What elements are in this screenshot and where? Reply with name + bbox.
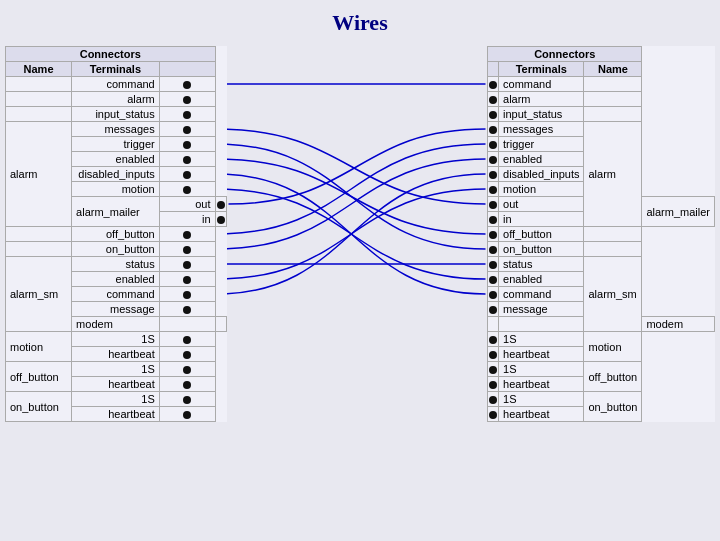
left-table-row: motion1S (6, 332, 227, 347)
left-terminal-cell: alarm (72, 92, 160, 107)
left-terminal-cell: heartbeat (72, 347, 160, 362)
left-terminal-cell: 1S (72, 332, 160, 347)
left-dot-col-header (159, 62, 215, 77)
right-terminal-cell: status (499, 257, 584, 272)
left-connectors-header: Connectors (6, 47, 216, 62)
right-dot-cell (488, 92, 499, 107)
left-dot-cell (159, 92, 215, 107)
right-dot (489, 411, 497, 419)
right-dot (489, 186, 497, 194)
right-terminal-cell: on_button (499, 242, 584, 257)
right-dot-cell (488, 392, 499, 407)
right-table-row: alarm (488, 92, 715, 107)
left-terminal-cell: command (72, 287, 160, 302)
right-dot-cell (488, 287, 499, 302)
right-name-col-header: Name (584, 62, 642, 77)
right-dot (489, 111, 497, 119)
left-subheader-row: Name Terminals (6, 62, 227, 77)
left-terminal-cell: enabled (72, 152, 160, 167)
right-name-cell: off_button (584, 362, 642, 392)
right-dot (489, 231, 497, 239)
right-dot-cell (488, 167, 499, 182)
right-dot-cell (488, 137, 499, 152)
left-name-cell: alarm_mailer (72, 197, 160, 227)
right-terminal-cell (499, 317, 584, 332)
left-dot (183, 81, 191, 89)
right-dot-cell (488, 257, 499, 272)
right-name-cell: alarm_sm (584, 257, 642, 332)
right-terminal-cell: off_button (499, 227, 584, 242)
right-dot-cell (488, 227, 499, 242)
right-terminal-cell: in (499, 212, 584, 227)
wire-path (227, 189, 486, 279)
left-name-cell (6, 242, 72, 257)
right-terminals-col-header: Terminals (499, 62, 584, 77)
right-dot (489, 126, 497, 134)
left-dot (183, 111, 191, 119)
right-dot (489, 276, 497, 284)
left-terminal-cell: enabled (72, 272, 160, 287)
right-terminal-cell: disabled_inputs (499, 167, 584, 182)
left-dot-cell (159, 392, 215, 407)
left-terminal-cell: motion (72, 182, 160, 197)
right-dot (489, 306, 497, 314)
left-terminal-cell: out (159, 197, 215, 212)
right-terminal-cell: enabled (499, 272, 584, 287)
right-dot (489, 216, 497, 224)
left-dot (183, 306, 191, 314)
left-name-cell: on_button (6, 392, 72, 422)
left-terminal-cell: off_button (72, 227, 160, 242)
right-terminal-cell: trigger (499, 137, 584, 152)
right-dot (489, 351, 497, 359)
right-dot (489, 156, 497, 164)
right-name-cell (584, 77, 642, 92)
left-terminal-cell: 1S (72, 392, 160, 407)
left-dot-cell (159, 107, 215, 122)
left-dot (183, 396, 191, 404)
right-name-cell: motion (584, 332, 642, 362)
left-terminal-cell: heartbeat (72, 377, 160, 392)
right-terminal-cell: motion (499, 182, 584, 197)
left-dot (183, 276, 191, 284)
left-dot (183, 411, 191, 419)
left-dot-cell (159, 362, 215, 377)
right-dot-cell (488, 407, 499, 422)
left-dot-cell (215, 197, 227, 212)
wire-path (227, 159, 486, 249)
left-dot (183, 126, 191, 134)
left-name-cell: alarm_sm (6, 257, 72, 332)
left-name-cell: alarm (6, 122, 72, 227)
left-table-row: alarm (6, 92, 227, 107)
left-terminals-col-header: Terminals (72, 62, 160, 77)
right-table-row: statusalarm_sm (488, 257, 715, 272)
right-dot-cell (488, 332, 499, 347)
left-name-col-header: Name (6, 62, 72, 77)
left-dot-cell (159, 77, 215, 92)
right-dot (489, 141, 497, 149)
left-terminal-cell: on_button (72, 242, 160, 257)
left-name-cell (6, 107, 72, 122)
right-name-cell (584, 227, 642, 242)
right-terminal-cell: messages (499, 122, 584, 137)
left-dot (183, 156, 191, 164)
left-table-row: off_button1S (6, 362, 227, 377)
right-terminal-cell: heartbeat (499, 347, 584, 362)
right-dot (489, 381, 497, 389)
left-dot-cell (159, 182, 215, 197)
right-dot (489, 201, 497, 209)
right-header-row: Connectors (488, 47, 715, 62)
wire-path (227, 189, 486, 279)
left-dot-cell (159, 377, 215, 392)
right-dot-cell (488, 182, 499, 197)
left-terminal-cell: messages (72, 122, 160, 137)
right-dot-cell (488, 347, 499, 362)
left-dot-cell (159, 227, 215, 242)
right-dot (489, 81, 497, 89)
left-name-cell (6, 227, 72, 242)
right-table-row: 1Soff_button (488, 362, 715, 377)
right-name-cell (584, 242, 642, 257)
right-table-wrapper: Connectors Terminals Name commandalarmin… (487, 46, 715, 422)
left-terminal-cell: trigger (72, 137, 160, 152)
right-dot-cell (488, 242, 499, 257)
right-dot-cell (488, 272, 499, 287)
